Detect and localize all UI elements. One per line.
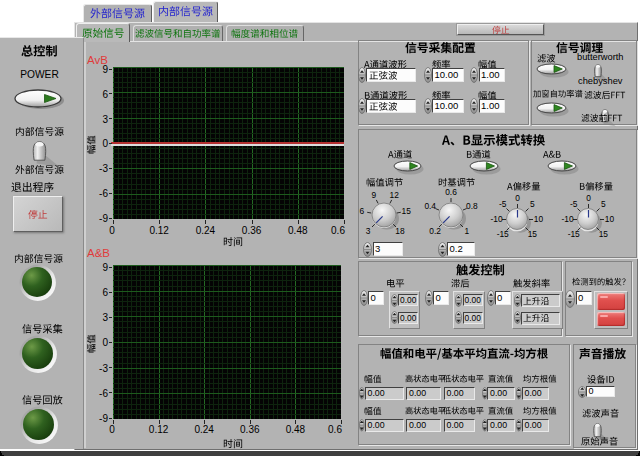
svg-text:0: 0 [586,193,591,203]
svg-text:-5: -5 [570,199,578,209]
svg-text:0.6: 0.6 [445,187,457,197]
svg-text:9: 9 [371,189,376,199]
svg-text:5: 5 [530,199,535,209]
svg-text:5: 5 [601,199,606,209]
svg-text:-15: -15 [568,229,580,239]
svg-text:15: 15 [599,229,609,239]
svg-text:0: 0 [515,193,520,203]
svg-text:10: 10 [534,214,544,224]
svg-text:15: 15 [402,206,412,216]
svg-text:18: 18 [395,225,405,235]
svg-text:-10: -10 [490,214,502,224]
svg-text:12: 12 [390,189,400,199]
svg-text:15: 15 [528,229,538,239]
svg-text:6: 6 [359,206,364,216]
svg-text:1: 1 [465,225,470,235]
svg-text:-5: -5 [499,199,507,209]
svg-text:-15: -15 [497,229,509,239]
svg-text:3: 3 [366,225,371,235]
svg-text:10: 10 [605,214,615,224]
svg-text:0.4: 0.4 [424,201,436,211]
svg-text:0.8: 0.8 [466,201,478,211]
svg-text:0.2: 0.2 [429,225,441,235]
svg-text:-10: -10 [561,214,573,224]
